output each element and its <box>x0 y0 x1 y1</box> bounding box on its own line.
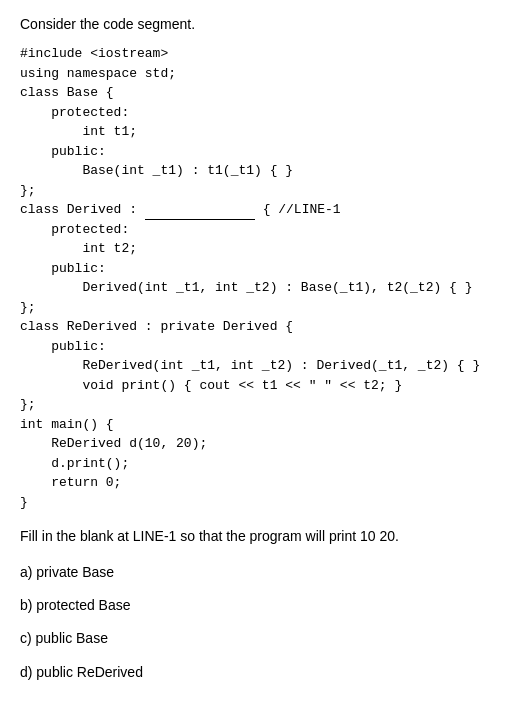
blank-line1 <box>145 219 255 220</box>
option-d[interactable]: d) public ReDerived <box>20 660 508 685</box>
code-line-10: protected: <box>20 222 129 237</box>
code-line-1: #include <iostream> <box>20 46 168 61</box>
question-text: Fill in the blank at LINE-1 so that the … <box>20 528 508 544</box>
option-b-label: b) protected Base <box>20 597 131 613</box>
code-block: #include <iostream> using namespace std;… <box>20 44 508 512</box>
option-a[interactable]: a) private Base <box>20 560 508 585</box>
code-line-7: Base(int _t1) : t1(_t1) { } <box>20 163 293 178</box>
option-b[interactable]: b) protected Base <box>20 593 508 618</box>
code-line-4: protected: <box>20 105 129 120</box>
code-line-16: public: <box>20 339 106 354</box>
code-line-14: }; <box>20 300 36 315</box>
option-c[interactable]: c) public Base <box>20 626 508 651</box>
code-line-21: ReDerived d(10, 20); <box>20 436 207 451</box>
code-line-17: ReDerived(int _t1, int _t2) : Derived(_t… <box>20 358 480 373</box>
code-line-13: Derived(int _t1, int _t2) : Base(_t1), t… <box>20 280 472 295</box>
options-container: a) private Base b) protected Base c) pub… <box>20 560 508 685</box>
intro-text: Consider the code segment. <box>20 16 508 32</box>
code-line-22: d.print(); <box>20 456 129 471</box>
code-line-20: int main() { <box>20 417 114 432</box>
code-line-12: public: <box>20 261 106 276</box>
code-line-9: class Derived : <box>20 202 145 217</box>
code-line-24: } <box>20 495 28 510</box>
code-line-2: using namespace std; <box>20 66 176 81</box>
code-line-23: return 0; <box>20 475 121 490</box>
code-line-3: class Base { <box>20 85 114 100</box>
code-line-19: }; <box>20 397 36 412</box>
code-line-11: int t2; <box>20 241 137 256</box>
code-line-15: class ReDerived : private Derived { <box>20 319 293 334</box>
option-c-label: c) public Base <box>20 630 108 646</box>
code-line-9b: { //LINE-1 <box>255 202 341 217</box>
code-line-6: public: <box>20 144 106 159</box>
code-line-18: void print() { cout << t1 << " " << t2; … <box>20 378 402 393</box>
code-line-8: }; <box>20 183 36 198</box>
option-d-label: d) public ReDerived <box>20 664 143 680</box>
code-line-5: int t1; <box>20 124 137 139</box>
option-a-label: a) private Base <box>20 564 114 580</box>
